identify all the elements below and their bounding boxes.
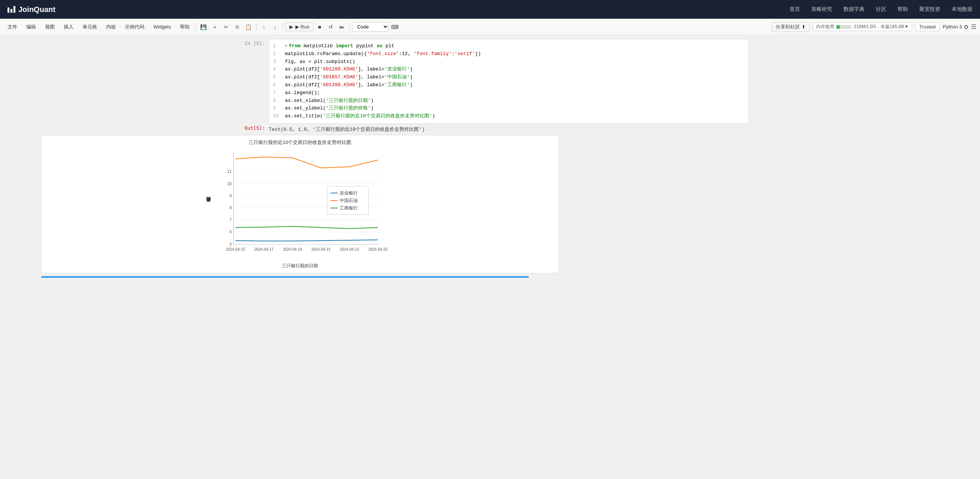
menu-examples[interactable]: 示例代码: [121, 22, 148, 32]
menu-edit[interactable]: 编辑: [22, 22, 40, 32]
python-badge: Python 3: [943, 24, 968, 30]
svg-text:2024-04-19: 2024-04-19: [283, 247, 302, 251]
svg-text:8: 8: [229, 205, 231, 210]
stop-button[interactable]: ■: [314, 22, 325, 32]
svg-text:5: 5: [229, 242, 231, 246]
output-prompt: Out[5]:: [231, 124, 269, 135]
toolbar-separator-2: [256, 23, 256, 31]
svg-text:2024-04-25: 2024-04-25: [368, 247, 388, 251]
menu-widgets[interactable]: Widgets: [150, 22, 175, 31]
keyboard-button[interactable]: ⌨: [390, 22, 400, 32]
code-block: 1▼from matplotlib import pyplot as plt2m…: [269, 39, 748, 123]
svg-text:10: 10: [227, 181, 231, 186]
share-community-button[interactable]: 分享到社区 ⬆: [772, 22, 810, 32]
svg-text:2024-04-17: 2024-04-17: [254, 247, 274, 251]
nav-links: 首页 策略研究 数据字典 社区 帮助 聚宽投资 本地数据: [789, 6, 972, 13]
svg-text:中国石油: 中国石油: [340, 198, 358, 203]
menu-view[interactable]: 视图: [41, 22, 59, 32]
menu-kernel[interactable]: 内核: [102, 22, 119, 32]
share-icon: ⬆: [802, 24, 806, 30]
svg-text:7: 7: [229, 217, 231, 222]
add-cell-button[interactable]: +: [210, 22, 220, 32]
kernel-status-dot: [964, 25, 968, 29]
move-down-button[interactable]: ↓: [270, 22, 280, 32]
nav-community[interactable]: 社区: [876, 6, 886, 13]
memory-bar-fill: [837, 25, 839, 29]
toolbar-right: 分享到社区 ⬆ 内存使用 216M/1.0G，本篇185.08l▼ Truste…: [772, 22, 976, 32]
top-nav: JoinQuant 首页 策略研究 数据字典 社区 帮助 聚宽投资 本地数据: [0, 0, 980, 19]
menu-bar: 文件 编辑 视图 插入 单元格 内核 示例代码 Widgets 帮助: [4, 22, 193, 32]
toolbar-separator-3: [283, 23, 283, 31]
run-button[interactable]: ▶ ▶ Run: [285, 22, 313, 31]
logo[interactable]: JoinQuant: [8, 5, 56, 14]
svg-text:农业银行: 农业银行: [340, 190, 358, 196]
chart-svg: 5 6 7 8 9 10 11 2024-04-15 2024-04-17 20: [215, 149, 395, 261]
output-text: Text(0.5, 1.0, '三只银行股的近10个交易日的收盘价走势对比图'): [269, 125, 749, 134]
output-content: Text(0.5, 1.0, '三只银行股的近10个交易日的收盘价走势对比图'): [269, 124, 749, 135]
cell-body[interactable]: 1▼from matplotlib import pyplot as plt2m…: [269, 39, 749, 124]
nav-data-dict[interactable]: 数据字典: [843, 6, 864, 13]
notebook: In [5]: 1▼from matplotlib import pyplot …: [0, 35, 980, 479]
svg-text:9: 9: [229, 193, 231, 198]
python-label: Python 3: [943, 24, 962, 30]
paste-button[interactable]: 📋: [243, 22, 254, 32]
menu-file[interactable]: 文件: [4, 22, 21, 32]
code-cell-5: In [5]: 1▼from matplotlib import pyplot …: [228, 39, 752, 124]
nav-strategy[interactable]: 策略研究: [811, 6, 832, 13]
progress-bar: [41, 276, 529, 278]
cell-type-select[interactable]: Code Markdown Raw: [352, 22, 389, 32]
svg-text:2024-04-15: 2024-04-15: [226, 247, 245, 251]
svg-text:6: 6: [229, 229, 231, 234]
logo-text: JoinQuant: [18, 5, 56, 14]
nav-invest[interactable]: 聚宽投资: [919, 6, 940, 13]
list-icon[interactable]: ☰: [971, 23, 976, 30]
chart-title: 三只银行股的近10个交易日的收盘价走势对比图: [45, 139, 554, 146]
menu-cell[interactable]: 单元格: [79, 22, 101, 32]
share-label: 分享到社区: [776, 24, 800, 30]
trusted-badge[interactable]: Trusted: [915, 22, 940, 31]
cell-in-prompt: In [5]:: [231, 39, 269, 124]
x-axis-label: 三只银行股的日期: [45, 263, 554, 269]
memory-info: 内存使用 216M/1.0G，本篇185.08l▼: [813, 22, 912, 31]
cut-button[interactable]: ✂: [221, 22, 231, 32]
fast-forward-button[interactable]: ⏭: [337, 22, 347, 32]
memory-text: 216M/1.0G，本篇185.08l▼: [854, 24, 909, 30]
nav-help[interactable]: 帮助: [897, 6, 908, 13]
toolbar-separator-4: [349, 23, 350, 31]
chart-area-wrapper: 三只银行股的价格 5 6 7 8 9 10: [45, 149, 554, 261]
svg-text:2024-04-23: 2024-04-23: [340, 247, 359, 251]
toolbar-separator-1: [196, 23, 196, 31]
copy-button[interactable]: ⎘: [232, 22, 243, 32]
move-up-button[interactable]: ↑: [259, 22, 269, 32]
toolbar: 文件 编辑 视图 插入 单元格 内核 示例代码 Widgets 帮助 💾 + ✂…: [0, 19, 980, 35]
save-button[interactable]: 💾: [198, 22, 209, 32]
svg-text:11: 11: [227, 169, 231, 173]
svg-text:2024-04-21: 2024-04-21: [311, 247, 331, 251]
menu-help[interactable]: 帮助: [176, 22, 193, 32]
svg-text:工商银行: 工商银行: [340, 205, 358, 211]
nav-local-data[interactable]: 本地数据: [951, 6, 972, 13]
run-icon: ▶: [290, 24, 293, 30]
nav-home[interactable]: 首页: [789, 6, 800, 13]
output-wrapper: Out[5]: Text(0.5, 1.0, '三只银行股的近10个交易日的收盘…: [228, 124, 752, 135]
restart-button[interactable]: ↺: [325, 22, 336, 32]
logo-icon: [8, 6, 15, 13]
memory-label: 内存使用: [816, 24, 834, 30]
chart-container: 三只银行股的近10个交易日的收盘价走势对比图 三只银行股的价格 5 6 7 8: [41, 135, 558, 273]
menu-insert[interactable]: 插入: [60, 22, 77, 32]
memory-bar: [837, 25, 851, 29]
run-label: ▶ Run: [296, 24, 309, 30]
